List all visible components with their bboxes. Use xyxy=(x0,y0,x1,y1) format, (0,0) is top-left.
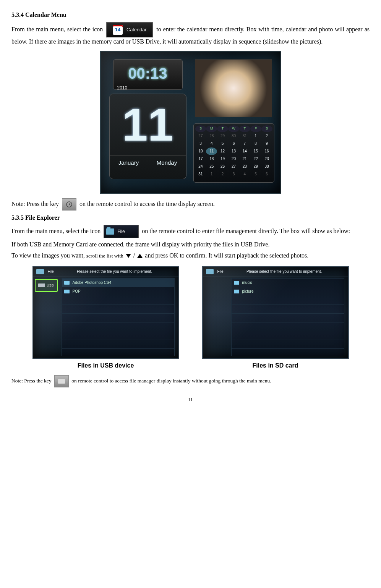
sidebar-item-usb[interactable]: USB xyxy=(35,279,58,292)
calendar-day-cell: 30 xyxy=(228,132,239,140)
calendar-day-cell: 23 xyxy=(261,155,272,163)
list-item xyxy=(62,305,174,314)
calendar-day-cell: 19 xyxy=(217,155,228,163)
list-item-label: POP xyxy=(73,289,81,294)
list-item xyxy=(62,314,174,322)
explorer-sd-caption: Files in SD card xyxy=(202,361,349,370)
folder-icon xyxy=(64,290,70,293)
calendar-day-cell: 17 xyxy=(195,155,206,163)
list-item xyxy=(62,296,174,305)
list-item[interactable]: picture xyxy=(232,287,344,296)
dow-header: W xyxy=(228,125,239,132)
usb-icon xyxy=(38,283,45,287)
dow-header: F xyxy=(250,125,261,132)
calendar-day-cell: 6 xyxy=(261,170,272,178)
file-icon-label: File xyxy=(117,228,125,235)
photo-slideshow-panel xyxy=(195,59,272,117)
list-item xyxy=(232,331,344,340)
down-arrow-icon xyxy=(126,254,131,258)
calendar-day-cell: 28 xyxy=(206,132,217,140)
calendar-day-cell: 29 xyxy=(250,163,261,170)
big-date-panel: 11 January Monday xyxy=(109,94,186,179)
explorer-header-text: Please select the file you want to imple… xyxy=(224,269,345,274)
page-number: 11 xyxy=(11,397,370,403)
explorer-header: File Please select the file you want to … xyxy=(203,267,348,277)
note2-b: on remote control to access file manager… xyxy=(71,378,271,384)
calendar-day-cell: 13 xyxy=(228,147,239,155)
file-para1: From the main menu, select the icon File… xyxy=(11,225,370,238)
list-item xyxy=(232,314,344,322)
month-grid: SMTWTFS 27282930311234567891011121314151… xyxy=(193,123,274,183)
section-heading-calendar: 5.3.4 Calendar Menu xyxy=(11,11,370,19)
calendar-day-cell: 2 xyxy=(217,170,228,178)
note2-a: Note: Press the key xyxy=(11,378,52,384)
time-panel: 00:13 2010 xyxy=(113,59,183,90)
big-date-number: 11 xyxy=(110,94,186,155)
file-para1-b: on the remote control to enter file mana… xyxy=(142,228,350,234)
list-item xyxy=(232,296,344,305)
calendar-day-cell: 26 xyxy=(217,163,228,170)
dow-header: T xyxy=(239,125,250,132)
calendar-day-cell: 2 xyxy=(261,132,272,140)
file-para2: If both USB and Memory Card are connecte… xyxy=(11,240,370,249)
arrow-slash: / xyxy=(133,252,135,259)
list-item xyxy=(232,340,344,349)
calendar-day-cell: 24 xyxy=(195,163,206,170)
calendar-note: Note: Press the key on the remote contro… xyxy=(11,198,370,211)
note1-a: Note: Press the key xyxy=(11,200,59,207)
explorer-sd: File Please select the file you want to … xyxy=(202,266,349,359)
calendar-day-cell: 7 xyxy=(239,140,250,147)
section-heading-file-explorer: 5.3.5 File Explorer xyxy=(11,214,370,222)
file-para3: To view the images you want, scroll the … xyxy=(11,251,370,260)
folder-icon xyxy=(106,228,114,235)
time-digits: 00:13 xyxy=(113,60,182,84)
calendar-day-cell: 29 xyxy=(217,132,228,140)
up-arrow-icon xyxy=(137,254,143,258)
calendar-day-cell: 4 xyxy=(206,140,217,147)
explorer-usb-caption: Files in USB device xyxy=(32,361,179,370)
list-item xyxy=(62,322,174,331)
file-menu-icon: File xyxy=(104,225,139,238)
calendar-day-cell: 12 xyxy=(217,147,228,155)
calendar-day-cell: 27 xyxy=(228,163,239,170)
file-para3-a: To view the images you want, xyxy=(11,252,85,259)
month-label: January xyxy=(118,159,139,167)
calendar-day-cell: 30 xyxy=(261,163,272,170)
file-para3-b: scroll the list with xyxy=(86,253,123,259)
calendar-day-cell: 22 xyxy=(250,155,261,163)
explorer-header-label: File xyxy=(48,269,54,274)
list-item xyxy=(232,305,344,314)
calendar-day-cell: 5 xyxy=(250,170,261,178)
calendar-intro-para: From the main menu, select the icon 14 C… xyxy=(11,22,370,46)
list-item xyxy=(232,322,344,331)
calendar-day-cell: 1 xyxy=(250,132,261,140)
file-para3-c: and press OK to confirm. It will start p… xyxy=(145,252,308,259)
list-item xyxy=(62,340,174,349)
calendar-day-cell: 28 xyxy=(239,163,250,170)
calendar-day-cell: 15 xyxy=(250,147,261,155)
calendar-day-cell: 18 xyxy=(206,155,217,163)
list-item[interactable]: Adobe Photoshop CS4 xyxy=(62,279,174,287)
list-item[interactable]: mucis xyxy=(232,279,344,287)
list-item-label: Adobe Photoshop CS4 xyxy=(73,280,112,285)
calendar-day-cell: 27 xyxy=(195,132,206,140)
calendar-menu-icon: 14 Calendar xyxy=(106,22,153,37)
sidebar-item-label: USB xyxy=(47,283,54,288)
calendar-day-cell: 10 xyxy=(195,147,206,155)
calendar-day-cell: 11 xyxy=(206,147,217,155)
note1-b: on the remote control to access the time… xyxy=(79,200,215,207)
calendar-day-cell: 3 xyxy=(195,140,206,147)
calendar-day-cell: 8 xyxy=(250,140,261,147)
folder-icon xyxy=(206,269,214,274)
list-item[interactable]: POP xyxy=(62,287,174,296)
calendar-icon-day: 14 xyxy=(113,25,123,35)
calendar-day-cell: 9 xyxy=(261,140,272,147)
explorer-header: File Please select the file you want to … xyxy=(33,267,178,277)
folder-icon xyxy=(234,290,239,293)
dow-header: M xyxy=(206,125,217,132)
time-key-icon xyxy=(62,198,76,211)
file-para1-a: From the main menu, select the icon xyxy=(11,228,101,234)
calendar-day-cell: 3 xyxy=(228,170,239,178)
dow-header: S xyxy=(195,125,206,132)
folder-icon xyxy=(234,281,239,285)
